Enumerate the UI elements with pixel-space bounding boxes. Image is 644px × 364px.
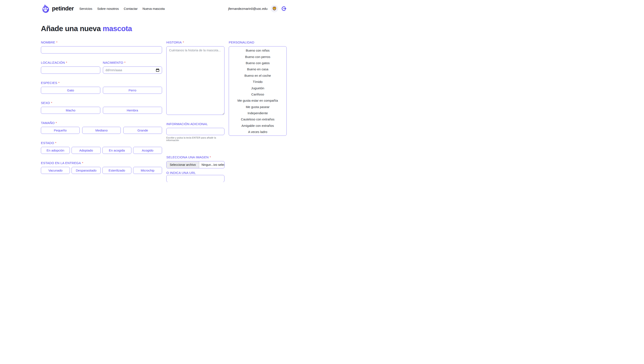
file-select-button[interactable]: Seleccionar archivo xyxy=(166,161,199,168)
entrega-label: ESTADO EN LA ENTREGA* xyxy=(41,161,162,165)
avatar-emoji: 🦁 xyxy=(272,7,277,11)
calendar-icon[interactable] xyxy=(156,68,159,72)
personalidad-option[interactable]: Me gusta estar en compañía xyxy=(229,97,286,104)
field-sexo: SEXO* MachoHembra xyxy=(41,101,162,114)
personalidad-option[interactable]: Bueno en el coche xyxy=(229,73,286,79)
entrega-option[interactable]: Desparasitado xyxy=(72,167,100,174)
info-adicional-hint: Escribe y pulsa la tecla ENTER para añad… xyxy=(166,136,224,142)
sexo-options: MachoHembra xyxy=(41,107,162,114)
personalidad-option[interactable]: Tímido xyxy=(229,79,286,85)
sexo-label: SEXO* xyxy=(41,101,162,105)
brand-logo[interactable]: petinder xyxy=(41,4,74,13)
nav-link[interactable]: Nueva mascota xyxy=(142,7,164,11)
field-estado: ESTADO* En adopciónAdoptadoEn acogidaAco… xyxy=(41,141,162,154)
form-column-middle: HISTORIA* INFORMACIÓN ADICIONAL Escribe … xyxy=(166,41,224,182)
personalidad-option[interactable]: Bueno con niños xyxy=(229,47,286,54)
historia-label: HISTORIA* xyxy=(166,41,224,44)
tamano-option[interactable]: Grande xyxy=(123,127,162,134)
estado-option[interactable]: Adoptado xyxy=(72,147,100,154)
field-nacimiento: NACIMIENTO* dd/mm/aaaa xyxy=(103,61,162,74)
url-label: O INDICA UNA URL xyxy=(166,171,224,175)
field-entrega: ESTADO EN LA ENTREGA* VacunadoDesparasit… xyxy=(41,161,162,174)
field-personalidad: PERSONALIDAD Bueno con niñosBueno con pe… xyxy=(229,41,287,136)
nav-link[interactable]: Contactar xyxy=(124,7,138,11)
brand-name: petinder xyxy=(52,5,74,12)
header: petinder ServiciosSobre nosotrosContacta… xyxy=(0,0,322,17)
date-placeholder: dd/mm/aaaa xyxy=(106,68,122,72)
personalidad-option[interactable]: Cariñoso xyxy=(229,91,286,97)
new-pet-form: NOMBRE* LOCALIZACIÓN* NACIMIENTO* dd/m xyxy=(41,41,287,182)
personalidad-option[interactable]: Independiente xyxy=(229,110,286,116)
avatar[interactable]: 🦁 xyxy=(271,5,278,12)
especies-label: ESPECIES* xyxy=(41,81,162,85)
logout-icon[interactable] xyxy=(281,6,287,11)
especies-option[interactable]: Perro xyxy=(103,87,162,94)
file-status-text: Ningun...ivo selec. xyxy=(199,161,224,168)
field-url: O INDICA UNA URL xyxy=(166,171,224,182)
estado-options: En adopciónAdoptadoEn acogidaAcogido xyxy=(41,147,162,154)
estado-option[interactable]: En adopción xyxy=(41,147,70,154)
nombre-label: NOMBRE* xyxy=(41,41,162,44)
sexo-option[interactable]: Hembra xyxy=(103,107,162,114)
nacimiento-label: NACIMIENTO* xyxy=(103,61,162,64)
petinder-flame-paw-icon xyxy=(41,4,50,13)
main-nav: ServiciosSobre nosotrosContactarNueva ma… xyxy=(80,7,165,11)
estado-option[interactable]: En acogida xyxy=(102,147,132,154)
personalidad-option[interactable]: Bueno con gatos xyxy=(229,60,286,66)
tamano-option[interactable]: Mediano xyxy=(82,127,121,134)
estado-label: ESTADO* xyxy=(41,141,162,145)
personalidad-label: PERSONALIDAD xyxy=(229,41,287,44)
historia-textarea[interactable] xyxy=(166,46,224,115)
personalidad-option[interactable]: Juguetón xyxy=(229,85,286,91)
entrega-option[interactable]: Esterilizado xyxy=(102,167,132,174)
field-localizacion: LOCALIZACIÓN* xyxy=(41,61,100,74)
field-info-adicional: INFORMACIÓN ADICIONAL Escribe y pulsa la… xyxy=(166,122,224,142)
personalidad-option[interactable]: Bueno con perros xyxy=(229,54,286,60)
personalidad-option[interactable]: Me gusta pasear xyxy=(229,104,286,110)
entrega-options: VacunadoDesparasitadoEsterilizadoMicroch… xyxy=(41,167,162,174)
entrega-option[interactable]: Vacunado xyxy=(41,167,70,174)
field-historia: HISTORIA* xyxy=(166,41,224,115)
localizacion-input[interactable] xyxy=(41,67,100,74)
info-adicional-input[interactable] xyxy=(166,128,224,135)
imagen-file-input[interactable]: Seleccionar archivo Ningun...ivo selec. xyxy=(166,161,224,168)
entrega-option[interactable]: Microchip xyxy=(133,167,162,174)
nacimiento-date-input[interactable]: dd/mm/aaaa xyxy=(103,67,162,74)
personalidad-option[interactable]: Amigable con extraños xyxy=(229,123,286,129)
personalidad-option[interactable]: A veces ladro xyxy=(229,129,286,135)
url-input[interactable] xyxy=(166,175,224,182)
personalidad-option[interactable]: Bueno en casa xyxy=(229,66,286,72)
personalidad-listbox[interactable]: Bueno con niñosBueno con perrosBueno con… xyxy=(229,46,287,136)
field-localizacion-nacimiento: LOCALIZACIÓN* NACIMIENTO* dd/mm/aaaa xyxy=(41,61,162,74)
especies-options: GatoPerro xyxy=(41,87,162,94)
user-email: jfernandezmarin0@uoc.edu xyxy=(228,7,268,11)
form-column-right: PERSONALIDAD Bueno con niñosBueno con pe… xyxy=(229,41,287,143)
nombre-input[interactable] xyxy=(41,46,162,54)
field-especies: ESPECIES* GatoPerro xyxy=(41,81,162,94)
sexo-option[interactable]: Macho xyxy=(41,107,100,114)
nav-link[interactable]: Servicios xyxy=(80,7,92,11)
form-column-left: NOMBRE* LOCALIZACIÓN* NACIMIENTO* dd/m xyxy=(41,41,162,181)
field-tamano: TAMAÑO* PequeñoMedianoGrande xyxy=(41,121,162,134)
estado-option[interactable]: Acogido xyxy=(133,147,162,154)
info-adicional-label: INFORMACIÓN ADICIONAL xyxy=(166,122,224,126)
tamano-option[interactable]: Pequeño xyxy=(41,127,80,134)
page-title-highlight: mascota xyxy=(103,24,132,33)
tamano-options: PequeñoMedianoGrande xyxy=(41,127,162,134)
especies-option[interactable]: Gato xyxy=(41,87,100,94)
imagen-label: SELECCIONA UNA IMAGEN* xyxy=(166,155,224,159)
nav-link[interactable]: Sobre nosotros xyxy=(97,7,119,11)
field-nombre: NOMBRE* xyxy=(41,41,162,54)
page-title: Añade una nuevamascota xyxy=(41,24,287,33)
tamano-label: TAMAÑO* xyxy=(41,121,162,125)
localizacion-label: LOCALIZACIÓN* xyxy=(41,61,100,64)
field-imagen: SELECCIONA UNA IMAGEN* Seleccionar archi… xyxy=(166,155,224,168)
personalidad-option[interactable]: Cauteloso con extraños xyxy=(229,116,286,122)
